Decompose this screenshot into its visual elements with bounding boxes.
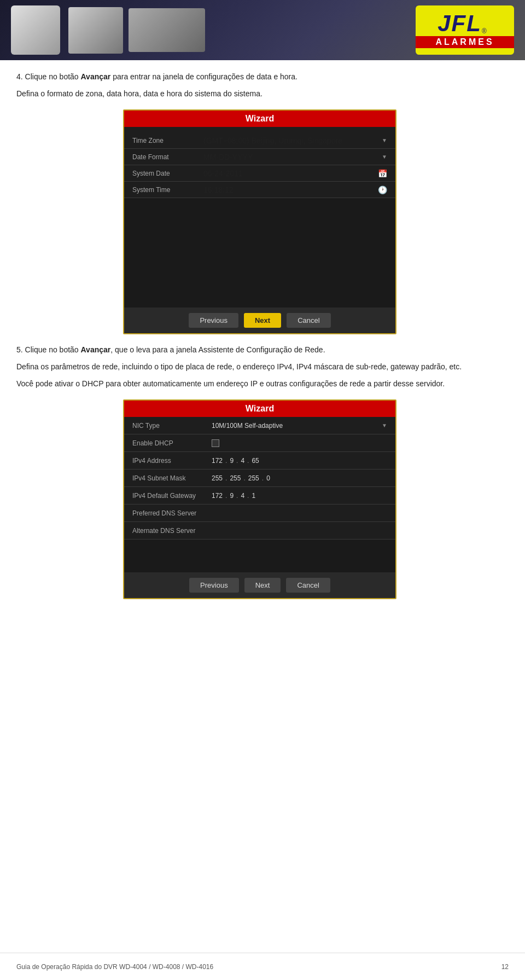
step5-text1-bold: Avançar (81, 345, 111, 354)
wizard2-value-ipv4addr: 172 . 9 . 4 . 65 (212, 457, 259, 465)
wizard-dialog-2: Wizard NIC Type 10M/100M Self-adaptive ▼… (123, 399, 396, 599)
device-image-3 (129, 8, 205, 52)
wizard1-value-systime: 16:18:12 🕐 (203, 185, 387, 194)
wizard-dialog-1: Wizard Time Zone (GMT+08:00) Beijing, Ur… (123, 109, 396, 334)
wizard2-gw2: 9 (230, 492, 234, 500)
page-header: JFL ® ALARMES (0, 0, 525, 60)
wizard2-row-dns1: Preferred DNS Server (124, 505, 395, 522)
wizard2-ip1: 172 (212, 457, 223, 465)
wizard2-subnet2: 255 (230, 474, 241, 482)
footer-guide-text: Guia de Operação Rápida do DVR WD-4004 /… (16, 963, 213, 971)
wizard2-label-dhcp: Enable DHCP (132, 439, 212, 447)
wizard1-value-dateformat: MM-DD-YYYY ▼ (203, 153, 387, 161)
wizard2-value-subnet: 255 . 255 . 255 . 0 (212, 474, 270, 482)
wizard2-footer: Previous Next Cancel (124, 572, 395, 598)
wizard2-label-dns2: Alternate DNS Server (132, 527, 212, 535)
wizard1-row-timezone: Time Zone (GMT+08:00) Beijing, Urumqi, S… (124, 132, 395, 149)
wizard2-ip2: 9 (230, 457, 234, 465)
device-image-1 (11, 5, 60, 55)
wizard2-value-gateway: 172 . 9 . 4 . 1 (212, 492, 255, 500)
wizard2-cancel-button[interactable]: Cancel (286, 578, 330, 593)
logo-registered: ® (482, 27, 487, 35)
wizard1-row-systime: System Time 16:18:12 🕐 (124, 182, 395, 198)
step4-text1-suffix: para entrar na janela de configurações d… (110, 72, 298, 81)
step4-text1: 4. Clique no botão Avançar para entrar n… (16, 71, 503, 83)
wizard1-dateformat-arrow: ▼ (382, 154, 387, 160)
step5-text3: Você pode ativar o DHCP para obter autom… (16, 378, 503, 390)
wizard2-gw1: 172 (212, 492, 223, 500)
wizard2-gw3: 4 (241, 492, 244, 500)
wizard2-label-ipv4addr: IPv4 Address (132, 457, 212, 465)
wizard2-ip4: 65 (252, 457, 259, 465)
wizard1-timezone-arrow: ▼ (382, 137, 387, 143)
wizard2-row-dhcp: Enable DHCP (124, 434, 395, 452)
step5-text1: 5. Clique no botão Avançar, que o leva p… (16, 344, 503, 356)
wizard2-value-nictype: 10M/100M Self-adaptive ▼ (212, 422, 387, 430)
logo-jfl-text: JFL (438, 12, 482, 35)
wizard1-label-sysdate: System Date (132, 170, 203, 177)
wizard1-next-button[interactable]: Next (244, 313, 281, 328)
wizard2-next-button[interactable]: Next (244, 578, 281, 593)
wizard2-nictype-text: 10M/100M Self-adaptive (212, 422, 283, 430)
wizard2-row-nictype: NIC Type 10M/100M Self-adaptive ▼ (124, 417, 395, 434)
wizard1-label-timezone: Time Zone (132, 137, 203, 144)
wizard2-dhcp-checkbox[interactable] (212, 439, 219, 447)
wizard1-timezone-text: (GMT+08:00) Beijing, Urumqi, Singapore (203, 136, 342, 145)
step4-text2: Defina o formato de zona, data hora, dat… (16, 88, 503, 100)
wizard2-gw4: 1 (252, 492, 255, 500)
step5-text1-suffix: , que o leva para a janela Assistente de… (110, 345, 325, 354)
step5-text2: Defina os parâmetros de rede, incluindo … (16, 361, 503, 373)
calendar-icon: 📅 (378, 169, 387, 178)
step5-text1-prefix: 5. Clique no botão (16, 345, 81, 354)
wizard2-nictype-arrow: ▼ (382, 422, 387, 428)
logo-alarmes-text: ALARMES (416, 36, 514, 48)
wizard1-row-dateformat: Date Format MM-DD-YYYY ▼ (124, 149, 395, 165)
wizard2-subnet3: 255 (248, 474, 259, 482)
wizard2-ip3: 4 (241, 457, 244, 465)
wizard1-row-sysdate: System Date 06-24-2011 📅 (124, 165, 395, 182)
device-image-2 (68, 7, 123, 54)
main-content: 4. Clique no botão Avançar para entrar n… (0, 60, 525, 642)
wizard1-systime-text: 16:18:12 (203, 185, 234, 194)
wizard2-row-gateway: IPv4 Default Gateway 172 . 9 . 4 . 1 (124, 487, 395, 505)
wizard1-title: Wizard (124, 111, 395, 127)
wizard1-dateformat-text: MM-DD-YYYY (203, 153, 253, 161)
wizard2-subnet1: 255 (212, 474, 223, 482)
wizard1-label-dateformat: Date Format (132, 153, 203, 161)
wizard2-subnet4: 0 (266, 474, 270, 482)
wizard2-body: NIC Type 10M/100M Self-adaptive ▼ Enable… (124, 417, 395, 598)
wizard1-blank-area (124, 198, 395, 308)
wizard2-label-nictype: NIC Type (132, 422, 212, 430)
wizard2-label-gateway: IPv4 Default Gateway (132, 492, 212, 500)
wizard1-value-timezone: (GMT+08:00) Beijing, Urumqi, Singapore ▼ (203, 136, 387, 145)
wizard1-cancel-button[interactable]: Cancel (287, 313, 330, 328)
wizard1-body: Time Zone (GMT+08:00) Beijing, Urumqi, S… (124, 127, 395, 333)
footer-page-number: 12 (501, 963, 509, 971)
wizard2-row-ipv4addr: IPv4 Address 172 . 9 . 4 . 65 (124, 452, 395, 469)
wizard1-value-sysdate: 06-24-2011 📅 (203, 169, 387, 178)
wizard2-row-dns2: Alternate DNS Server (124, 522, 395, 540)
wizard1-footer: Previous Next Cancel (124, 308, 395, 333)
wizard2-previous-button[interactable]: Previous (189, 578, 239, 593)
wizard1-sysdate-text: 06-24-2011 (203, 169, 243, 178)
wizard2-title: Wizard (124, 401, 395, 417)
wizard2-label-subnet: IPv4 Subnet Mask (132, 474, 212, 482)
wizard1-previous-button[interactable]: Previous (189, 313, 238, 328)
step4-text1-prefix: 4. Clique no botão (16, 72, 81, 81)
wizard1-label-systime: System Time (132, 186, 203, 194)
wizard2-blank-area (124, 540, 395, 572)
wizard2-row-subnet: IPv4 Subnet Mask 255 . 255 . 255 . 0 (124, 469, 395, 487)
wizard2-label-dns1: Preferred DNS Server (132, 509, 212, 517)
step4-text1-bold: Avançar (81, 72, 111, 81)
clock-icon: 🕐 (378, 185, 387, 194)
logo: JFL ® ALARMES (416, 5, 514, 55)
page-footer: Guia de Operação Rápida do DVR WD-4004 /… (0, 953, 525, 980)
